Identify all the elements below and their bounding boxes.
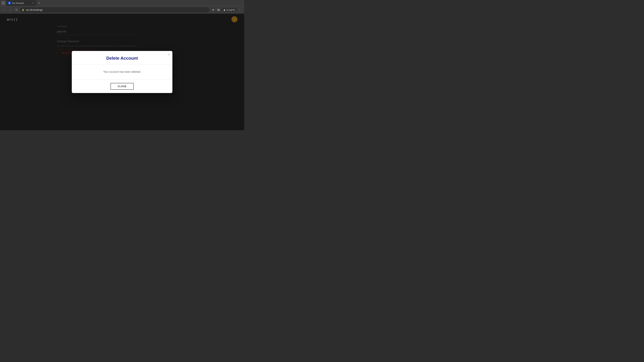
- browser-chrome: ‹ ✗ Arc Account × + ← → ↻ 🔒 ★: [0, 0, 244, 13]
- bookmark-button[interactable]: ★: [211, 7, 216, 12]
- toolbar-right: ★ Incognito ⋮: [211, 7, 242, 12]
- svg-rect-1: [219, 9, 220, 10]
- modal-body: Your account has been deleted.: [72, 64, 172, 80]
- forward-button[interactable]: →: [8, 7, 13, 12]
- browser-tab[interactable]: ✗ Arc Account ×: [6, 0, 36, 6]
- menu-button[interactable]: ⋮: [238, 7, 242, 12]
- address-bar-wrapper: 🔒: [20, 7, 210, 12]
- modal-overlay[interactable]: Delete Account × Your account has been d…: [0, 13, 244, 130]
- incognito-badge: Incognito: [222, 8, 237, 11]
- modal-header-wrapper: Delete Account ×: [72, 51, 172, 64]
- reload-button[interactable]: ↻: [14, 7, 19, 12]
- tab-title-label: Arc Account: [12, 2, 30, 4]
- incognito-label: Incognito: [226, 8, 235, 11]
- extensions-button[interactable]: [216, 7, 221, 12]
- modal-title: Delete Account: [77, 56, 167, 61]
- modal-message: Your account has been deleted.: [77, 70, 167, 73]
- back-button[interactable]: ←: [2, 7, 7, 12]
- tab-prev-button[interactable]: ‹: [1, 1, 5, 5]
- modal-close-x-button[interactable]: ×: [168, 53, 170, 56]
- tab-bar: ‹ ✗ Arc Account × +: [0, 0, 244, 6]
- new-tab-button[interactable]: +: [37, 1, 42, 5]
- svg-rect-3: [219, 10, 220, 11]
- delete-account-modal: Delete Account × Your account has been d…: [72, 51, 172, 93]
- modal-footer: CLOSE: [72, 80, 172, 93]
- page-content: arc() i Username john779 Change Password…: [0, 13, 244, 130]
- tab-favicon: ✗: [8, 2, 11, 4]
- svg-rect-0: [218, 9, 218, 10]
- address-bar-input[interactable]: [20, 7, 210, 12]
- security-icon: 🔒: [22, 9, 24, 11]
- address-bar-row: ← → ↻ 🔒 ★ Incognito ⋮: [0, 6, 244, 13]
- modal-header: Delete Account: [72, 51, 172, 64]
- tab-close-button[interactable]: ×: [32, 2, 34, 4]
- svg-rect-2: [218, 10, 218, 11]
- modal-close-button[interactable]: CLOSE: [110, 83, 134, 90]
